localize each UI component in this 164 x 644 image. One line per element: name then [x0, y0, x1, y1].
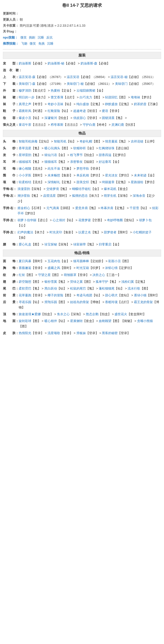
- top-link-1[interactable]: 温言笑语-森: [19, 75, 35, 79]
- tail-link-4[interactable]: 蓬松猫猫尾: [99, 287, 114, 290]
- hhl1-link-5[interactable]: 胡萝卜包: [139, 218, 152, 222]
- hhl2-link-3[interactable]: 以爱之名: [78, 230, 91, 234]
- skirt-socks-link-2[interactable]: 蕾艾香薄: [51, 96, 63, 99]
- hr-link-4[interactable]: 爆米花机: [104, 187, 116, 191]
- hhr-link-5[interactable]: 千层雪: [129, 206, 139, 210]
- rec-skill-3[interactable]: 免挑: [38, 42, 45, 45]
- npc-skill-2[interactable]: 挑剔: [29, 36, 35, 39]
- chest-link-3[interactable]: 时光宝箱: [76, 266, 89, 270]
- skirt-socks-link-4[interactable]: 轻甜回忆: [105, 96, 118, 99]
- bottom-link-1[interactable]: 美味窃门-森: [19, 82, 35, 86]
- tattoo-link-4[interactable]: 决胜之心: [92, 273, 105, 277]
- skin-link-1[interactable]: 热情阳光: [19, 331, 31, 335]
- shoes-link-2[interactable]: 红靴冒险: [48, 109, 60, 113]
- hl-link-5[interactable]: 深海余音: [133, 194, 145, 198]
- tattoo-link-1[interactable]: 红矩: [19, 273, 25, 277]
- socks-link-4[interactable]: 静默盛放: [105, 102, 118, 106]
- wings-link-2[interactable]: 银纱雪翼: [44, 280, 57, 284]
- bs-link-4[interactable]: 香栀玲珑: [105, 300, 118, 304]
- hl-link-2[interactable]: 晶莹流星: [43, 194, 56, 198]
- tail-link-1[interactable]: 柔软霓巴: [19, 287, 31, 290]
- face-link-2[interactable]: 五花肉包: [48, 259, 60, 263]
- hr-link-3[interactable]: 蝴蝶结手链红: [72, 187, 91, 191]
- fs-link-3[interactable]: 奇迹马戏团: [76, 294, 92, 297]
- eardeco-link-1[interactable]: 缘心相随: [19, 167, 31, 170]
- chest-link-4[interactable]: 浓郁心情: [105, 266, 118, 270]
- scarf-link-4[interactable]: 星光淡女: [105, 174, 118, 177]
- coat-link-2[interactable]: 热夏粉: [51, 89, 60, 92]
- ground-link-2[interactable]: 暖心相伴: [44, 319, 57, 323]
- necklace-link-4[interactable]: 绮丽篇章: [102, 180, 114, 184]
- socks-link-5[interactable]: 奶茶奶昔: [134, 102, 146, 106]
- td-link-2[interactable]: 鱼水之心: [57, 312, 70, 316]
- skirt-socks-link-1[interactable]: 明日的一步: [19, 96, 35, 99]
- tail-link-2[interactable]: 黑白跃动: [44, 287, 57, 290]
- shoes-link-4[interactable]: 蜜语: [102, 109, 108, 113]
- hairpin-link-3[interactable]: 粉飞季节: [70, 153, 83, 157]
- bottom-link-3[interactable]: 美味窃门: [115, 82, 128, 86]
- hhl2-link-4[interactable]: 甜梦使者: [104, 230, 116, 234]
- firefly-link-4[interactable]: 灵渊幻鹿: [111, 123, 124, 126]
- eardeco-link-3[interactable]: 梦想寻轨: [76, 167, 89, 170]
- skirt-socks-link-3[interactable]: 白巧克力: [80, 96, 92, 99]
- hr-link-1[interactable]: 浪漫雷韵: [18, 187, 30, 191]
- hhr-link-3[interactable]: 爱意井肩: [75, 206, 88, 210]
- rec-skill-4[interactable]: 沉睡: [47, 42, 53, 45]
- hhl1-link-2[interactable]: 心之填封: [53, 218, 65, 222]
- earring-link-1[interactable]: 绒绒绒耳: [19, 160, 31, 164]
- hhr-link-1[interactable]: 摇金积心: [18, 206, 30, 210]
- skin-link-2[interactable]: 流星颂歌: [48, 331, 60, 335]
- waist-link-2[interactable]: 珍宝探秘: [44, 242, 57, 246]
- hw-link-2[interactable]: 智能耳机: [54, 140, 66, 143]
- rec-skill-1[interactable]: 飞吻: [21, 42, 27, 45]
- makeup-link-4[interactable]: 固锁清晨: [102, 116, 114, 120]
- hw-link-4[interactable]: 情意蔓延: [105, 140, 118, 143]
- waist-link-3[interactable]: 绿富丽带: [73, 242, 86, 246]
- tail-link-3[interactable]: 松鼠的尾巴: [70, 287, 86, 290]
- npc-skill-1[interactable]: 微笑: [20, 36, 27, 39]
- hw-link-1[interactable]: 智能耳机病毒: [19, 140, 38, 143]
- hhl2-link-1[interactable]: 幻声的魔法: [18, 230, 33, 234]
- hair-link-1[interactable]: 奶油慕斯: [19, 62, 31, 65]
- td-link-4[interactable]: 盛世花火: [114, 312, 127, 316]
- top-link-3[interactable]: 温言笑语-秘: [111, 75, 127, 79]
- ground-link-5[interactable]: 贪嘴小熊猫: [137, 319, 153, 323]
- earring-link-3[interactable]: 亲密挚友: [70, 160, 83, 164]
- hair-link-2[interactable]: 奶油慕斯-秘: [48, 62, 64, 65]
- hhl1-link-4[interactable]: 奇妙呼噜圈: [107, 218, 123, 222]
- wings-link-4[interactable]: 孤单守护: [96, 280, 108, 284]
- wings-link-3[interactable]: 荧绿之翼: [70, 280, 83, 284]
- scarf-link-3[interactable]: 单反机相: [76, 174, 89, 177]
- firefly-link-1[interactable]: 童话午茶: [19, 123, 31, 126]
- wings-link-1[interactable]: 辟空随想: [19, 280, 31, 284]
- hair-link-3[interactable]: 奶油慕斯-森: [81, 62, 97, 65]
- veil-link-2[interactable]: 暖心玩偶头: [44, 146, 60, 150]
- npc-skill-4[interactable]: 反抗: [46, 36, 53, 39]
- scarf-link-1[interactable]: 小小牙医: [19, 174, 31, 177]
- socks-link-3[interactable]: 纯白盛放: [76, 102, 89, 106]
- ground-link-3[interactable]: 星展侧转: [70, 319, 83, 323]
- fs-link-1[interactable]: 花草蔓跑: [19, 294, 31, 297]
- veil-link-3[interactable]: 软糯聆听: [73, 146, 86, 150]
- tail-link-5[interactable]: 流水行歌: [128, 287, 140, 290]
- bottom-link-2[interactable]: 美味窃门-秘: [67, 82, 83, 86]
- hl-link-4[interactable]: 萌芽生机: [104, 194, 116, 198]
- fs-link-4[interactable]: 甜心萌犬: [105, 294, 118, 297]
- shoes-link-3[interactable]: 超越奇迹: [73, 109, 86, 113]
- hhl2-link-5[interactable]: 小红帽的篮子: [133, 230, 152, 234]
- fs-link-2[interactable]: 椰子的冒险: [48, 294, 63, 297]
- skin-link-3[interactable]: 滑板妹: [76, 331, 86, 335]
- veil-link-1[interactable]: 香草流星: [19, 146, 31, 150]
- hl-link-1[interactable]: 潮汐星轨: [18, 194, 30, 198]
- face-link-4[interactable]: 彩面小丑: [108, 259, 121, 263]
- ground-link-4[interactable]: 血映顾望: [99, 319, 111, 323]
- earring-link-2[interactable]: 猫猫绒耳: [44, 160, 57, 164]
- hw-link-5[interactable]: 吉祥花链: [131, 140, 143, 143]
- necklace-link-5[interactable]: 星路描绘: [131, 180, 143, 184]
- face-link-3[interactable]: 猫耳圆棒棒: [73, 259, 89, 263]
- td-link-3[interactable]: 憨态企鹅: [86, 312, 98, 316]
- scarf-link-2[interactable]: 未来畅想: [48, 174, 60, 177]
- makeup-link-1[interactable]: 爆皮小丑: [19, 116, 31, 120]
- tattoo-link-3[interactable]: 萌雏眼罩: [64, 273, 76, 277]
- necklace-link-2[interactable]: 深情献礼: [48, 180, 60, 184]
